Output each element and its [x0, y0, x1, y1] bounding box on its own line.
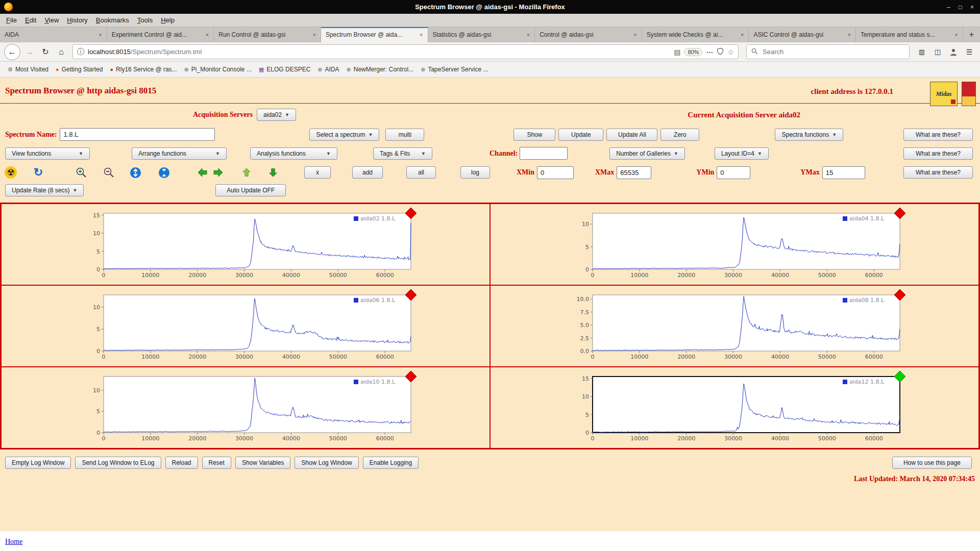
how-to-use-button[interactable]: How to use this page — [892, 457, 972, 469]
bookmark-tapeserver-service[interactable]: ⊕TapeServer Service ... — [417, 64, 492, 74]
tab-close-icon[interactable]: × — [420, 32, 423, 38]
move-right-icon[interactable] — [211, 166, 225, 179]
tab-close-icon[interactable]: × — [527, 32, 530, 38]
hamburger-menu-icon[interactable]: ☰ — [963, 45, 976, 59]
new-tab-button[interactable]: + — [963, 27, 980, 42]
spectrum-chart-aida10[interactable]: 01000020000300004000050000600000510aida1… — [82, 368, 424, 448]
menu-file[interactable]: File — [2, 15, 21, 26]
tab-run-control-aidas-gsi[interactable]: Run Control @ aidas-gsi× — [214, 27, 321, 42]
midas-logo[interactable]: Midas — [930, 82, 958, 106]
reload-button[interactable]: Reload — [165, 457, 198, 469]
reader-mode-icon[interactable]: ▤ — [674, 48, 680, 56]
update-button[interactable]: Update — [558, 129, 603, 141]
tab-statistics-aidas-gsi[interactable]: Statistics @ aidas-gsi× — [428, 27, 535, 42]
move-left-icon[interactable] — [196, 166, 209, 179]
maximize-button[interactable]: □ — [959, 4, 962, 11]
reset-button[interactable]: Reset — [202, 457, 231, 469]
menu-history[interactable]: History — [63, 15, 91, 26]
update-rate-dropdown[interactable]: Update Rate (8 secs)▼ — [5, 184, 84, 196]
account-icon[interactable] — [947, 45, 960, 59]
tab-close-icon[interactable]: × — [312, 32, 315, 38]
ymin-input[interactable] — [717, 166, 750, 179]
auto-update-button[interactable]: Auto Update OFF — [215, 184, 286, 196]
library-icon[interactable]: ▥ — [915, 45, 928, 59]
tab-close-icon[interactable]: × — [633, 32, 636, 38]
what-are-these-button-2[interactable]: What are these? — [903, 147, 973, 160]
tab-aida[interactable]: AIDA× — [0, 27, 107, 42]
all-button[interactable]: all — [406, 166, 436, 179]
enable-logging-button[interactable]: Enable Logging — [363, 457, 419, 469]
zoom-level-badge[interactable]: 80% — [684, 48, 702, 56]
spectrum-chart-aida02[interactable]: 0100002000030000400005000060000051015aid… — [82, 205, 424, 285]
move-down-icon[interactable] — [266, 166, 280, 179]
bookmark-elog-despec[interactable]: ▦ELOG DESPEC — [255, 64, 314, 74]
pocket-icon[interactable] — [717, 47, 724, 57]
tab-control-aidas-gsi[interactable]: Control @ aidas-gsi× — [535, 27, 642, 42]
spectrum-chart-aida06[interactable]: 01000020000300004000050000600000510aida0… — [82, 287, 424, 366]
site-info-icon[interactable]: ⓘ — [77, 47, 84, 57]
add-button[interactable]: add — [352, 166, 383, 179]
sidebar-icon[interactable]: ◫ — [931, 45, 944, 59]
tab-temperature-and-status-s[interactable]: Temperature and status s...× — [856, 27, 963, 42]
page-actions-icon[interactable]: ⋯ — [706, 48, 713, 56]
multi-button[interactable]: multi — [385, 129, 424, 141]
tab-asic-control-aidas-gsi[interactable]: ASIC Control @ aidas-gsi× — [749, 27, 856, 42]
menu-bookmarks[interactable]: Bookmarks — [92, 15, 133, 26]
tab-close-icon[interactable]: × — [848, 32, 851, 38]
home-button[interactable]: ⌂ — [55, 45, 68, 59]
what-are-these-button-3[interactable]: What are these? — [903, 166, 973, 179]
search-input[interactable] — [762, 47, 904, 56]
spectrum-chart-aida04[interactable]: 01000020000300004000050000600000510aida0… — [571, 205, 913, 285]
xmax-input[interactable] — [617, 166, 651, 179]
show-button[interactable]: Show — [513, 129, 555, 141]
zoom-out-icon[interactable] — [102, 166, 115, 179]
url-bar[interactable]: ⓘ localhost:8015 /Spectrum/Spectrum.tml … — [72, 44, 739, 59]
select-spectrum-dropdown[interactable]: Select a spectrum▼ — [309, 129, 379, 141]
empty-log-window-button[interactable]: Empty Log Window — [5, 457, 71, 469]
back-button[interactable]: ← — [4, 44, 20, 60]
tab-experiment-control-aid[interactable]: Experiment Control @ aid...× — [107, 27, 214, 42]
layout-id-dropdown[interactable]: Layout ID=4▼ — [715, 147, 769, 160]
radiation-icon[interactable]: ☢ — [4, 166, 17, 179]
search-bar[interactable] — [746, 44, 910, 59]
analysis-functions-dropdown[interactable]: Analysis functions▼ — [250, 147, 337, 160]
minimize-button[interactable]: – — [947, 4, 950, 11]
tab-close-icon[interactable]: × — [954, 32, 958, 38]
show-log-window-button[interactable]: Show Log Window — [295, 457, 358, 469]
forward-button[interactable]: → — [23, 45, 36, 59]
tab-close-icon[interactable]: × — [99, 32, 102, 38]
zoom-in-icon[interactable] — [75, 166, 88, 179]
bookmark-newmerger-control[interactable]: ⊕NewMerger: Control... — [343, 64, 418, 74]
x-button[interactable]: x — [304, 166, 331, 179]
refresh-cycle-icon[interactable]: ↻ — [32, 166, 45, 179]
galleries-dropdown[interactable]: Number of Galleries▼ — [609, 147, 685, 160]
xmin-input[interactable] — [537, 166, 574, 179]
tab-system-wide-checks-ai[interactable]: System wide Checks @ ai...× — [642, 27, 749, 42]
update-all-button[interactable]: Update All — [606, 129, 657, 141]
compress-vertical-icon[interactable] — [129, 166, 142, 179]
view-functions-dropdown[interactable]: View functions▼ — [5, 147, 90, 160]
tags-fits-dropdown[interactable]: Tags & Fits▼ — [373, 147, 432, 160]
facility-logo[interactable] — [962, 82, 976, 106]
zero-button[interactable]: Zero — [660, 129, 699, 141]
menu-edit[interactable]: Edit — [21, 15, 40, 26]
spectrum-name-input[interactable] — [60, 128, 215, 141]
acq-server-select[interactable]: aida02▼ — [257, 109, 296, 121]
home-link[interactable]: Home — [5, 538, 22, 546]
bookmark-getting-started[interactable]: ●Getting Started — [52, 64, 106, 74]
bookmark-aida[interactable]: ⊕AIDA — [314, 64, 342, 74]
expand-vertical-icon[interactable] — [157, 166, 170, 179]
what-are-these-button-1[interactable]: What are these? — [903, 129, 973, 141]
menu-view[interactable]: View — [40, 15, 63, 26]
bookmark-most-visited[interactable]: ⚙Most Visited — [4, 64, 52, 74]
close-button[interactable]: × — [970, 4, 974, 11]
spectrum-chart-aida08[interactable]: 01000020000300004000050000600000.02.55.0… — [571, 287, 913, 366]
tab-spectrum-browser-aida[interactable]: Spectrum Browser @ aida...× — [321, 27, 428, 42]
show-variables-button[interactable]: Show Variables — [235, 457, 291, 469]
bookmark-star-icon[interactable]: ☆ — [727, 48, 734, 56]
tab-close-icon[interactable]: × — [206, 32, 209, 38]
spectra-functions-dropdown[interactable]: Spectra functions▼ — [775, 129, 843, 141]
bookmark-pi-monitor-console[interactable]: ⊕Pi_Monitor Console ... — [181, 64, 255, 74]
tab-close-icon[interactable]: × — [741, 32, 744, 38]
menu-help[interactable]: Help — [157, 15, 179, 26]
